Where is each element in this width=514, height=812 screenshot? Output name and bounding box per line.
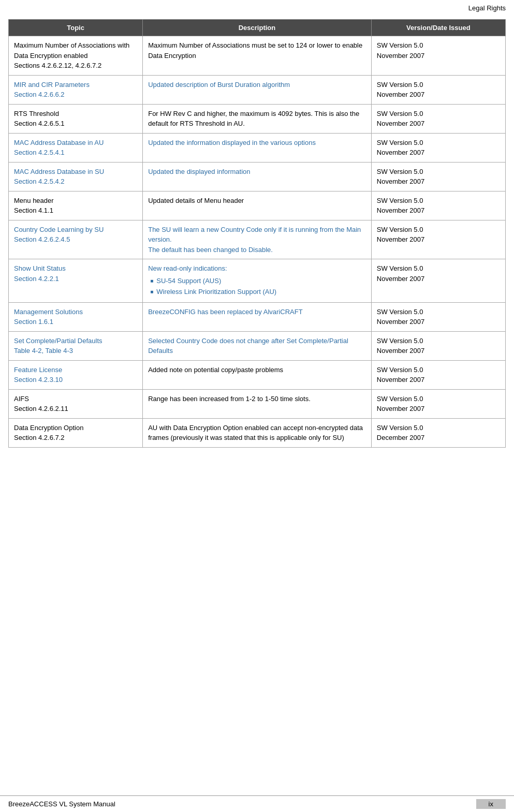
topic-cell: Set Complete/Partial DefaultsTable 4-2, … [9,331,143,360]
table-row: MAC Address Database in AUSection 4.2.5.… [9,133,506,162]
version-cell: SW Version 5.0November 2007 [371,360,505,389]
version-cell: SW Version 5.0November 2007 [371,220,505,259]
header-title: Legal Rights [468,4,506,12]
topic-cell: Menu headerSection 4.1.1 [9,191,143,220]
bullet-item: SU-54 Support (AUS) [150,276,366,286]
desc-cell: Updated description of Burst Duration al… [143,75,372,104]
version-cell: SW Version 5.0November 2007 [371,389,505,418]
desc-cell: Range has been increased from 1-2 to 1-5… [143,389,372,418]
version-cell: SW Version 5.0November 2007 [371,302,505,331]
table-row: Set Complete/Partial DefaultsTable 4-2, … [9,331,506,360]
topic-cell: Feature LicenseSection 4.2.3.10 [9,360,143,389]
version-cell: SW Version 5.0November 2007 [371,104,505,133]
page-container: Topic Description Version/Date Issued Ma… [0,14,514,479]
version-cell: SW Version 5.0November 2007 [371,162,505,191]
page-number: ix [489,800,493,808]
page-header: Legal Rights [0,0,514,14]
topic-cell: Data Encryption OptionSection 4.2.6.7.2 [9,418,143,447]
version-cell: SW Version 5.0November 2007 [371,191,505,220]
main-table: Topic Description Version/Date Issued Ma… [8,19,506,448]
desc-cell: Updated the displayed information [143,162,372,191]
desc-cell: AU with Data Encryption Option enabled c… [143,418,372,447]
desc-cell: Maximum Number of Associations must be s… [143,36,372,76]
table-row: AIFSSection 4.2.6.2.11Range has been inc… [9,389,506,418]
table-row: MIR and CIR ParametersSection 4.2.6.6.2U… [9,75,506,104]
topic-cell: Maximum Number of Associations with Data… [9,36,143,76]
footer-left: BreezeACCESS VL System Manual [8,800,115,808]
desc-cell: Updated details of Menu header [143,191,372,220]
topic-cell: MAC Address Database in AUSection 4.2.5.… [9,133,143,162]
desc-cell: BreezeCONFIG has been replaced by Alvari… [143,302,372,331]
col-description: Description [143,20,372,36]
version-cell: SW Version 5.0November 2007 [371,331,505,360]
topic-cell: MIR and CIR ParametersSection 4.2.6.6.2 [9,75,143,104]
version-cell: SW Version 5.0November 2007 [371,36,505,76]
col-version: Version/Date Issued [371,20,505,36]
desc-cell: Added note on potential copy/paste probl… [143,360,372,389]
table-row: RTS ThresholdSection 4.2.6.5.1For HW Rev… [9,104,506,133]
version-cell: SW Version 5.0November 2007 [371,133,505,162]
bullet-item: Wireless Link Prioritization Support (AU… [150,287,366,297]
version-cell: SW Version 5.0November 2007 [371,259,505,303]
table-row: Show Unit StatusSection 4.2.2.1New read-… [9,259,506,303]
topic-cell: MAC Address Database in SUSection 4.2.5.… [9,162,143,191]
desc-cell: For HW Rev C and higher, the maximum is … [143,104,372,133]
table-row: Management SolutionsSection 1.6.1BreezeC… [9,302,506,331]
topic-cell: Management SolutionsSection 1.6.1 [9,302,143,331]
table-row: Feature LicenseSection 4.2.3.10Added not… [9,360,506,389]
table-row: Country Code Learning by SUSection 4.2.6… [9,220,506,259]
version-cell: SW Version 5.0November 2007 [371,75,505,104]
col-topic: Topic [9,20,143,36]
desc-cell: New read-only indications:SU-54 Support … [143,259,372,303]
table-header-row: Topic Description Version/Date Issued [9,20,506,36]
footer-right: ix [476,799,506,809]
page-footer: BreezeACCESS VL System Manual ix [0,795,514,812]
desc-cell: Updated the information displayed in the… [143,133,372,162]
desc-cell: Selected Country Code does not change af… [143,331,372,360]
table-row: Menu headerSection 4.1.1Updated details … [9,191,506,220]
version-cell: SW Version 5.0December 2007 [371,418,505,447]
topic-cell: Country Code Learning by SUSection 4.2.6… [9,220,143,259]
table-row: MAC Address Database in SUSection 4.2.5.… [9,162,506,191]
topic-cell: RTS ThresholdSection 4.2.6.5.1 [9,104,143,133]
desc-cell: The SU will learn a new Country Code onl… [143,220,372,259]
table-row: Data Encryption OptionSection 4.2.6.7.2A… [9,418,506,447]
table-row: Maximum Number of Associations with Data… [9,36,506,76]
topic-cell: AIFSSection 4.2.6.2.11 [9,389,143,418]
topic-cell: Show Unit StatusSection 4.2.2.1 [9,259,143,303]
